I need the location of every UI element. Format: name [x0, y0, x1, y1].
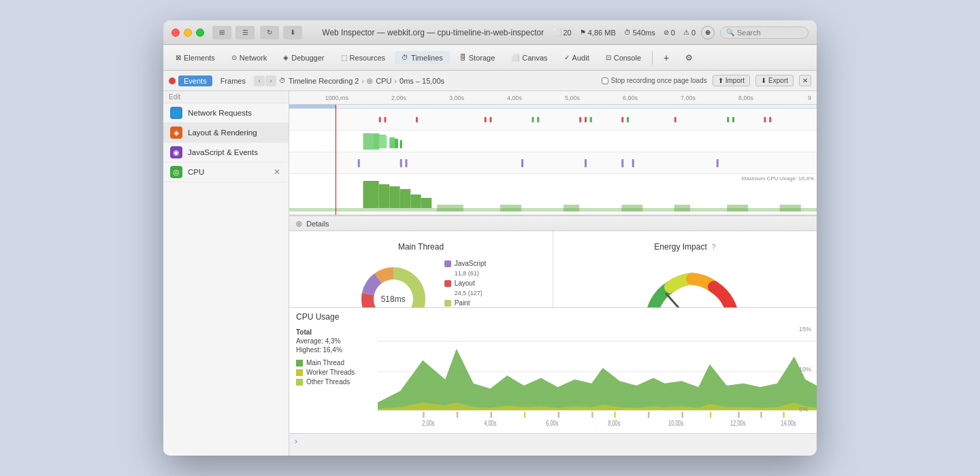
resources-icon: ⬚ [341, 54, 347, 61]
tab-console[interactable]: ⊡ Console [599, 51, 648, 65]
ruler-6s: 6,00s [582, 95, 640, 101]
back-arrow[interactable]: ‹ [254, 75, 265, 86]
svg-text:8,00s: 8,00s [608, 420, 621, 427]
stop-recording-checkbox[interactable]: Stop recording once page loads [602, 77, 707, 84]
tab-canvas[interactable]: ⬜ Canvas [504, 51, 554, 65]
total-label: Total [296, 328, 371, 336]
worker-threads-legend: Worker Threads [296, 369, 371, 376]
cpu-sidebar-icon: ◎ [170, 166, 182, 178]
svg-rect-69 [614, 411, 615, 418]
network-sidebar-icon: 🌐 [170, 107, 182, 119]
err-count: 0 [671, 29, 675, 37]
svg-rect-65 [490, 411, 491, 418]
import-button[interactable]: ⬆ Import [713, 75, 750, 86]
sidebar-toggle-icon[interactable]: ⊞ [212, 26, 231, 39]
paint-color [444, 300, 451, 307]
layout-sidebar-icon: ◈ [170, 126, 182, 139]
svg-rect-19 [379, 136, 387, 148]
svg-rect-32 [379, 184, 390, 208]
timeline-row-layout[interactable] [289, 131, 817, 152]
svg-rect-2 [416, 117, 418, 122]
minimize-button[interactable] [184, 29, 192, 37]
svg-rect-39 [500, 205, 521, 211]
storage-icon: 🗄 [459, 54, 466, 61]
settings-icon[interactable]: ⚙ [679, 50, 700, 65]
close-button[interactable] [172, 29, 180, 37]
add-tab-button[interactable]: + [657, 50, 676, 66]
layout-value: 24,5 (127) [455, 290, 487, 296]
download-icon[interactable]: ⬇ [283, 26, 302, 39]
tab-network[interactable]: ⊙ Network [225, 51, 274, 65]
js-color [444, 260, 451, 267]
cpu-label: CPU [188, 168, 204, 176]
cpu-usage-section: CPU Usage Total Average: 4,3% Highest: 1… [289, 307, 817, 433]
other-threads-legend: Other Threads [296, 378, 371, 386]
traffic-lights [172, 29, 204, 37]
main-thread-legend: Main Thread [296, 359, 371, 367]
timeline-ruler: 1000,ms 2,00s 3,00s 4,00s 5,00s 6,00s 7,… [289, 91, 817, 105]
energy-section: Energy Impact ? [553, 231, 817, 307]
export-button[interactable]: ⬇ Export [755, 75, 794, 86]
cpu-close-button[interactable]: ✕ [272, 167, 282, 177]
reload-icon[interactable]: ↻ [260, 26, 279, 39]
tab-resources[interactable]: ⬚ Resources [334, 51, 393, 65]
tab-storage[interactable]: 🗄 Storage [453, 51, 502, 65]
sidebar-item-layout[interactable]: ◈ Layout & Rendering [163, 123, 289, 143]
svg-rect-44 [780, 205, 801, 211]
timeline-area: 1000,ms 2,00s 3,00s 4,00s 5,00s 6,00s 7,… [289, 91, 817, 456]
help-icon[interactable]: ? [712, 243, 716, 251]
sidebar-item-cpu[interactable]: ◎ CPU ✕ [163, 163, 289, 182]
svg-rect-42 [674, 205, 690, 211]
sidebar-item-network[interactable]: 🌐 Network Requests [163, 103, 289, 123]
network-events [289, 109, 817, 131]
events-button[interactable]: Events [178, 75, 212, 86]
svg-rect-63 [423, 411, 424, 418]
svg-rect-12 [674, 117, 676, 122]
sidebar-item-js[interactable]: ◉ JavaScript & Events [163, 143, 289, 163]
record-indicator [336, 105, 336, 215]
cpu-chart[interactable]: 2,00s 4,00s 6,00s 8,00s 10,00s 12,00s 14… [378, 326, 817, 433]
export-icon: ⬇ [761, 77, 766, 84]
svg-rect-4 [490, 117, 492, 122]
record-button[interactable] [169, 78, 176, 84]
frames-button[interactable]: Frames [215, 75, 251, 86]
requests-icon: ⬜ [553, 29, 561, 36]
details-content: Main Thread [289, 231, 817, 307]
timeline-rows[interactable]: Maximum CPU Usage: 16,4% [289, 105, 817, 216]
audit-icon: ✓ [564, 54, 570, 61]
js-sidebar-icon: ◉ [170, 146, 182, 158]
timeline-row-js[interactable] [289, 152, 817, 174]
clear-button[interactable]: ✕ [799, 75, 811, 86]
globe-icon[interactable]: ⊕ [701, 26, 715, 39]
tab-elements[interactable]: ⊠ Elements [169, 51, 222, 65]
network-tab-icon: ⊙ [231, 54, 237, 61]
svg-rect-8 [585, 117, 587, 122]
svg-text:12,00s: 12,00s [730, 420, 746, 427]
layout-color [444, 280, 451, 287]
expand-arrow[interactable]: › [295, 437, 297, 446]
js-legend-label: JavaScript [455, 260, 487, 267]
timeline-row-network[interactable] [289, 109, 817, 131]
err-icon: ⊘ [664, 29, 669, 36]
svg-rect-74 [760, 411, 762, 418]
layout-icon[interactable]: ☰ [235, 26, 255, 39]
svg-rect-36 [421, 198, 432, 208]
title-bar: ⊞ ☰ ↻ ⬇ Web Inspector — webkit.org — cpu… [163, 20, 817, 45]
svg-text:14,00s: 14,00s [781, 420, 796, 427]
details-header: ◎ Details [289, 216, 817, 231]
cpu-timeline-chart [289, 174, 817, 215]
tab-audit[interactable]: ✓ Audit [557, 51, 596, 65]
network-label: Network Requests [188, 109, 252, 117]
tab-debugger[interactable]: ◈ Debugger [276, 51, 331, 65]
svg-rect-71 [682, 411, 683, 418]
svg-rect-70 [648, 411, 649, 418]
forward-arrow[interactable]: › [265, 75, 276, 86]
stop-checkbox-input[interactable] [602, 78, 608, 84]
highest-label: Highest: 16,4% [296, 346, 371, 354]
tab-timelines[interactable]: ⏱ Timelines [395, 51, 450, 65]
maximize-button[interactable] [196, 29, 204, 37]
other-threads-color [296, 379, 303, 386]
search-input[interactable] [737, 29, 802, 37]
search-box[interactable]: 🔍 [720, 27, 808, 39]
timeline-row-cpu[interactable]: Maximum CPU Usage: 16,4% [289, 174, 817, 215]
